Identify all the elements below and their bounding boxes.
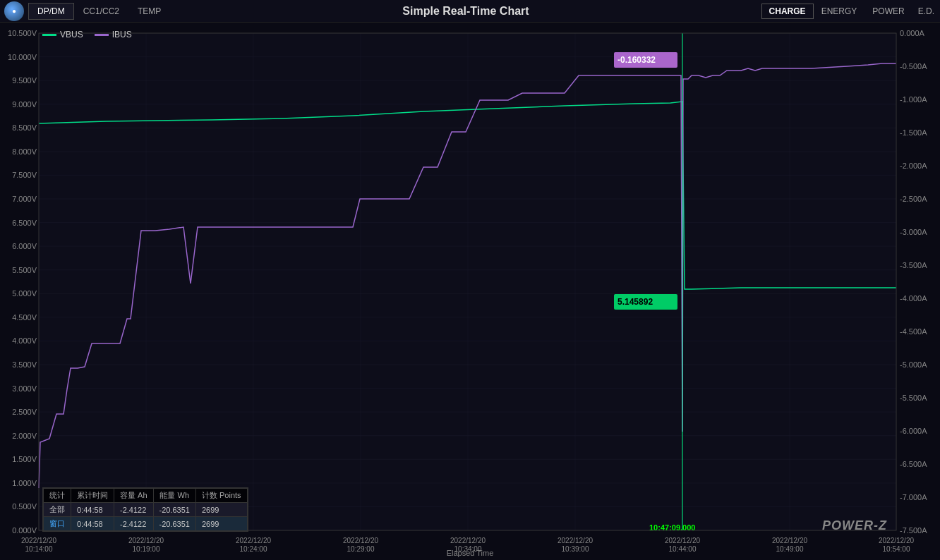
svg-text:9.500V: 9.500V: [12, 76, 37, 85]
stats-header-3: 能量 Wh: [153, 489, 195, 503]
svg-text:3.000V: 3.000V: [12, 384, 37, 393]
btn-power[interactable]: POWER: [864, 4, 912, 19]
chart-title: Simple Real-Time Chart: [170, 5, 761, 18]
stats-window-time: 0:44:58: [71, 517, 114, 531]
svg-text:-1.500A: -1.500A: [900, 128, 927, 137]
tab-temp[interactable]: TEMP: [128, 3, 170, 20]
svg-text:2022/12/20: 2022/12/20: [450, 537, 486, 544]
svg-text:-6.000A: -6.000A: [900, 427, 927, 435]
btn-ed[interactable]: E.D.: [912, 4, 940, 18]
svg-text:2022/12/20: 2022/12/20: [21, 537, 56, 544]
legend-vbus: VBUS: [42, 30, 83, 39]
svg-text:9.000V: 9.000V: [12, 100, 37, 109]
svg-text:-2.000A: -2.000A: [900, 162, 927, 170]
svg-text:10:39:00: 10:39:00: [562, 545, 589, 553]
stats-header-4: 计数 Points: [195, 489, 247, 503]
stats-header-2: 容量 Ah: [114, 489, 154, 503]
svg-text:8.500V: 8.500V: [12, 123, 37, 132]
stats-window-label: 窗口: [44, 517, 71, 531]
svg-text:8.000V: 8.000V: [12, 147, 37, 156]
stats-window-ah: -2.4122: [114, 517, 154, 531]
svg-text:2022/12/20: 2022/12/20: [665, 537, 700, 544]
stats-window-wh: -20.6351: [153, 517, 195, 531]
stats-all-wh: -20.6351: [153, 503, 195, 517]
svg-text:-1.000A: -1.000A: [900, 95, 927, 104]
svg-text:2022/12/20: 2022/12/20: [558, 537, 593, 544]
svg-text:-7.500A: -7.500A: [900, 526, 927, 535]
stats-all-time: 0:44:58: [71, 503, 114, 517]
svg-text:10:24:00: 10:24:00: [240, 545, 267, 553]
svg-text:10:49:00: 10:49:00: [776, 545, 804, 553]
tab-cc1cc2[interactable]: CC1/CC2: [74, 3, 128, 20]
svg-text:-5.500A: -5.500A: [900, 394, 927, 402]
chart-svg: 10.500V 10.000V 9.500V 9.000V 8.500V 8.0…: [0, 23, 940, 560]
top-bar: ● DP/DM CC1/CC2 TEMP Simple Real-Time Ch…: [0, 0, 940, 23]
svg-text:10.000V: 10.000V: [8, 53, 37, 61]
chart-legend: VBUS IBUS: [42, 30, 132, 39]
svg-text:2.000V: 2.000V: [12, 432, 37, 440]
stats-window-points: 2699: [195, 517, 247, 531]
svg-text:3.500V: 3.500V: [12, 360, 37, 369]
svg-text:-2.500A: -2.500A: [900, 195, 927, 203]
svg-text:4.000V: 4.000V: [12, 336, 37, 345]
btn-energy[interactable]: ENERGY: [814, 4, 865, 19]
svg-rect-1: [39, 33, 896, 530]
svg-text:2022/12/20: 2022/12/20: [879, 537, 914, 544]
svg-text:2.500V: 2.500V: [12, 408, 37, 416]
app-icon: ●: [4, 1, 24, 21]
vbus-label: VBUS: [60, 30, 83, 39]
svg-text:1.000V: 1.000V: [12, 479, 37, 487]
svg-text:2022/12/20: 2022/12/20: [343, 537, 378, 544]
stats-header-1: 累计时间: [71, 489, 114, 503]
svg-text:0.500V: 0.500V: [12, 502, 37, 511]
svg-text:-0.500A: -0.500A: [900, 62, 927, 71]
svg-text:0.000A: 0.000A: [900, 29, 925, 37]
stats-all-label: 全部: [44, 503, 71, 517]
svg-text:-7.000A: -7.000A: [900, 493, 927, 501]
svg-text:10:29:00: 10:29:00: [347, 545, 375, 553]
stats-header-0: 统计: [44, 489, 71, 503]
svg-text:10:14:00: 10:14:00: [25, 545, 53, 553]
svg-text:10:44:00: 10:44:00: [669, 545, 697, 553]
svg-text:6.000V: 6.000V: [12, 242, 37, 250]
svg-text:10.500V: 10.500V: [8, 29, 37, 37]
svg-text:-3.000A: -3.000A: [900, 228, 927, 236]
svg-text:10:19:00: 10:19:00: [133, 545, 160, 553]
stats-row-window: 窗口 0:44:58 -2.4122 -20.6351 2699: [44, 517, 248, 531]
svg-text:-5.000A: -5.000A: [900, 360, 927, 369]
svg-text:10:54:00: 10:54:00: [883, 545, 910, 553]
ibus-color-indicator: [95, 34, 109, 36]
ibus-label: IBUS: [112, 30, 132, 39]
btn-charge[interactable]: CHARGE: [761, 4, 814, 19]
svg-text:1.500V: 1.500V: [12, 455, 37, 463]
svg-text:2022/12/20: 2022/12/20: [128, 537, 164, 544]
svg-text:2022/12/20: 2022/12/20: [772, 537, 807, 544]
vbus-color-indicator: [42, 34, 56, 36]
svg-text:0.000V: 0.000V: [12, 526, 37, 535]
xaxis-label: Elapsed Time: [447, 549, 494, 557]
stats-all-points: 2699: [195, 503, 247, 517]
svg-text:5.000V: 5.000V: [12, 289, 37, 298]
stats-all-ah: -2.4122: [114, 503, 154, 517]
svg-text:6.500V: 6.500V: [12, 219, 37, 227]
svg-text:7.000V: 7.000V: [12, 195, 37, 203]
svg-text:-3.500A: -3.500A: [900, 261, 927, 269]
stats-table: 统计 累计时间 容量 Ah 能量 Wh 计数 Points 全部 0:44:58…: [42, 487, 248, 532]
svg-text:-0.160332: -0.160332: [617, 55, 656, 65]
tab-dpdm[interactable]: DP/DM: [28, 3, 74, 20]
legend-ibus: IBUS: [95, 30, 132, 39]
chart-area: 10.500V 10.000V 9.500V 9.000V 8.500V 8.0…: [0, 23, 940, 560]
svg-text:5.145892: 5.145892: [617, 297, 653, 307]
powerz-logo: POWER-Z: [822, 518, 887, 533]
svg-text:7.500V: 7.500V: [12, 171, 37, 179]
svg-text:-6.500A: -6.500A: [900, 460, 927, 468]
svg-text:2022/12/20: 2022/12/20: [236, 537, 271, 544]
stats-row-all: 全部 0:44:58 -2.4122 -20.6351 2699: [44, 503, 248, 517]
svg-text:-4.500A: -4.500A: [900, 327, 927, 336]
svg-text:5.500V: 5.500V: [12, 266, 37, 274]
svg-text:-4.000A: -4.000A: [900, 294, 927, 303]
svg-text:4.500V: 4.500V: [12, 313, 37, 322]
